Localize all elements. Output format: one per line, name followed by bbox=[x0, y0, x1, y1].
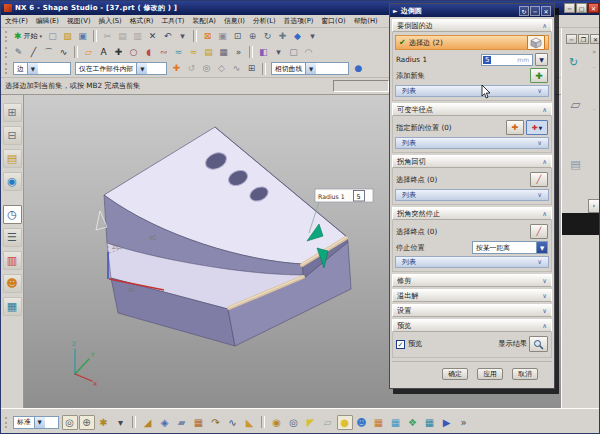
minimize-button[interactable]: ─ bbox=[564, 3, 575, 13]
dialog-reset-button[interactable]: ↻ bbox=[519, 6, 529, 16]
snap-point-icon[interactable]: ✚ bbox=[170, 62, 184, 75]
overflow-icon[interactable]: » bbox=[456, 415, 472, 430]
collapse-chevron-icon[interactable]: ∧ bbox=[542, 106, 547, 114]
add-new-set-button[interactable]: ✚ bbox=[530, 68, 548, 83]
zoom-in-icon[interactable]: ⊕ bbox=[246, 30, 260, 43]
child-close-button[interactable]: ✕ bbox=[590, 34, 600, 44]
restore-selection-icon[interactable]: ↺ bbox=[185, 62, 199, 75]
chevron-down-icon[interactable]: ▼ bbox=[305, 63, 316, 74]
toolbar-grip[interactable] bbox=[5, 31, 8, 42]
canvas-icon[interactable]: ▱ bbox=[320, 415, 336, 430]
rectangle-select-icon[interactable]: ⊞ bbox=[245, 62, 259, 75]
general-selection-icon[interactable]: ◎ bbox=[200, 62, 214, 75]
blend-tool-icon[interactable]: ◈ bbox=[157, 415, 173, 430]
child-restore-button[interactable]: ❐ bbox=[578, 34, 589, 44]
chevron-down-icon[interactable]: ▼ bbox=[34, 417, 45, 428]
point-dialog-button[interactable]: ✚ ▼ bbox=[526, 120, 548, 135]
collapse-chevron-icon[interactable]: ∧ bbox=[542, 322, 547, 330]
refresh-view-icon[interactable]: ▣ bbox=[216, 30, 230, 43]
cut-icon[interactable]: ✂ bbox=[101, 30, 115, 43]
zoom-scene-icon[interactable]: ◎ bbox=[286, 415, 302, 430]
section-corner-setback[interactable]: 拐角回切 ∧ bbox=[392, 155, 552, 168]
roles-tab[interactable]: ☻ bbox=[3, 274, 22, 293]
highlight-icon[interactable]: ◇ bbox=[215, 62, 229, 75]
expand-chevron-icon[interactable]: ∨ bbox=[542, 277, 547, 285]
apply-button[interactable]: 应用 bbox=[477, 368, 503, 380]
menu-information[interactable]: 信息(I) bbox=[220, 16, 249, 26]
select-endpoint-button[interactable]: ╱ bbox=[530, 224, 548, 239]
monitor-icon[interactable]: ▦ bbox=[217, 46, 231, 59]
snap-settings-icon[interactable]: ✱ bbox=[96, 415, 112, 430]
shaded-view-icon[interactable]: ◆ bbox=[291, 30, 305, 43]
photo-icon[interactable]: ▦ bbox=[388, 415, 404, 430]
toolbar-options-icon[interactable]: ▾ bbox=[176, 30, 190, 43]
sheet-icon[interactable]: ▤ bbox=[569, 158, 583, 171]
new-file-icon[interactable]: ▢ bbox=[46, 30, 60, 43]
stop-position-combo[interactable]: 按某一距离 ▼ bbox=[472, 241, 548, 254]
emboss-tool-icon[interactable]: ▦ bbox=[191, 415, 207, 430]
radius-tag-value[interactable]: 5 bbox=[357, 193, 361, 201]
select-edge-button[interactable] bbox=[527, 35, 545, 50]
select-endpoint-button[interactable]: ╱ bbox=[530, 172, 548, 187]
spline-tool-icon[interactable]: ∿ bbox=[225, 415, 241, 430]
close-button[interactable]: ✕ bbox=[588, 3, 599, 13]
system-scenes-tab[interactable]: ☰ bbox=[3, 228, 22, 247]
datum-plane-icon[interactable]: ▱ bbox=[82, 46, 96, 59]
visualization-tab[interactable]: ▦ bbox=[3, 297, 22, 316]
studio-surface-icon[interactable]: ≈ bbox=[187, 46, 201, 59]
sketch-icon[interactable]: ✎ bbox=[12, 46, 26, 59]
paste-icon[interactable]: ▥ bbox=[131, 30, 145, 43]
dialog-collapse-button[interactable]: ─ bbox=[530, 6, 540, 16]
view-options-icon[interactable]: ▾ bbox=[306, 30, 320, 43]
chip-options-icon[interactable]: ▾ bbox=[272, 46, 286, 59]
part-navigator-tab[interactable]: ▤ bbox=[3, 149, 22, 168]
radius-options-button[interactable]: ▼ bbox=[535, 53, 548, 66]
synchronous-modeling-icon[interactable]: ↻ bbox=[567, 56, 581, 69]
zoom-box-icon[interactable]: ⊡ bbox=[231, 30, 245, 43]
section-stop-short[interactable]: 拐角突然停止 ∧ bbox=[392, 207, 552, 220]
spotlight-icon[interactable]: ◤ bbox=[303, 415, 319, 430]
assembly-navigator-tab[interactable]: ⊞ bbox=[3, 103, 22, 122]
pan-view-icon[interactable]: ✚ bbox=[276, 30, 290, 43]
menu-edit[interactable]: 编辑(E) bbox=[32, 16, 63, 26]
select-edge-row[interactable]: ✔ 选择边 (2) bbox=[395, 35, 549, 50]
save-icon[interactable]: ▣ bbox=[76, 30, 90, 43]
bucket-tool-icon[interactable]: ◣ bbox=[242, 415, 258, 430]
section-settings[interactable]: 设置 ∨ bbox=[392, 304, 552, 317]
constraint-navigator-tab[interactable]: ⊟ bbox=[3, 126, 22, 145]
tube-icon[interactable]: ◠ bbox=[302, 46, 316, 59]
light-bulb-icon[interactable]: ● bbox=[337, 415, 353, 430]
radius-input[interactable]: 5 mm bbox=[481, 54, 533, 66]
selection-scope-combo[interactable]: 仅在工作部件内部 ▼ bbox=[75, 62, 167, 75]
expand-chevron-icon[interactable]: ∨ bbox=[537, 191, 542, 199]
actor-icon[interactable]: ☻ bbox=[354, 415, 370, 430]
toolbar-grip[interactable] bbox=[5, 417, 8, 428]
expand-chevron-icon[interactable]: ∨ bbox=[537, 139, 542, 147]
show-ball-icon[interactable]: ● bbox=[352, 62, 366, 75]
expand-chevron-icon[interactable]: ∨ bbox=[542, 292, 547, 300]
delete-icon[interactable]: ✕ bbox=[146, 30, 160, 43]
through-curves-icon[interactable]: ≈ bbox=[172, 46, 186, 59]
palette-tab[interactable]: ▥ bbox=[3, 251, 22, 270]
section-trim[interactable]: 修剪 ∨ bbox=[392, 274, 552, 287]
arc-icon[interactable]: ⌒ bbox=[42, 46, 56, 59]
dialog-title-bar[interactable]: ► 边倒圆 ↻ ─ ✕ bbox=[390, 4, 554, 17]
collapse-chevron-icon[interactable]: ∧ bbox=[542, 210, 547, 218]
open-folder-icon[interactable]: ▨ bbox=[61, 30, 75, 43]
face-blend-icon[interactable]: ◖ bbox=[142, 46, 156, 59]
zoom-tool-icon[interactable]: ◎ bbox=[62, 415, 78, 430]
expand-chevron-icon[interactable]: ∨ bbox=[537, 87, 542, 95]
undo-icon[interactable]: ↶ bbox=[161, 30, 175, 43]
curve-rule-combo[interactable]: 相切曲线 ▼ bbox=[271, 62, 349, 75]
chevron-down-icon[interactable]: ▼ bbox=[27, 63, 38, 74]
inspect-icon[interactable]: ◉ bbox=[269, 415, 285, 430]
spline-icon[interactable]: ∿ bbox=[57, 46, 71, 59]
snap-options-icon[interactable]: ▾ bbox=[113, 415, 129, 430]
collapse-chevron-icon[interactable]: ∧ bbox=[542, 22, 547, 30]
point-constructor-button[interactable]: ✚ bbox=[506, 120, 524, 135]
copy-icon[interactable]: ▤ bbox=[116, 30, 130, 43]
variable-radius-list-bar[interactable]: 列表 ∨ bbox=[395, 137, 549, 149]
scene-image-icon[interactable]: ▦ bbox=[371, 415, 387, 430]
preview-checkbox[interactable]: ✓ bbox=[396, 340, 405, 349]
collapse-chevron-icon[interactable]: ∧ bbox=[542, 158, 547, 166]
